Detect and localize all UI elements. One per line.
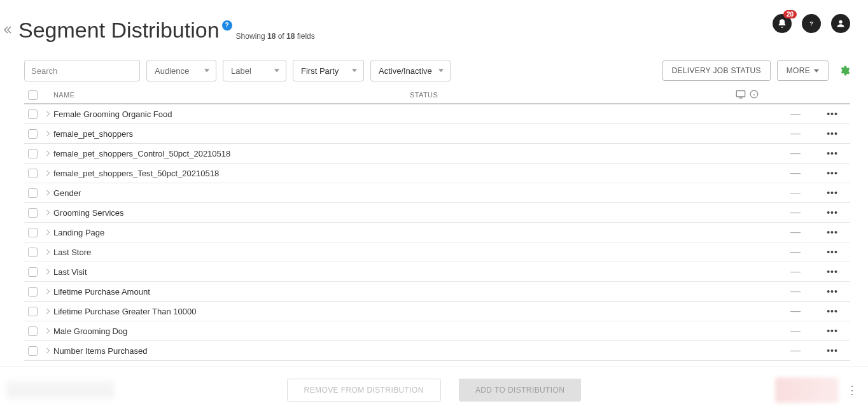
expand-row-icon[interactable] <box>42 328 53 334</box>
segment-name: female_pet_shoppers_Test_50pct_20210518 <box>53 169 415 178</box>
remove-from-distribution-button[interactable]: REMOVE FROM DISTRIBUTION <box>287 379 441 402</box>
partner-logo <box>775 377 839 403</box>
row-actions-icon[interactable]: ••• <box>815 346 850 356</box>
table-row[interactable]: Gender—••• <box>24 183 850 203</box>
table-row[interactable]: Landing Page—••• <box>24 223 850 242</box>
row-checkbox[interactable] <box>28 188 38 198</box>
row-actions-icon[interactable]: ••• <box>815 267 850 277</box>
row-actions-icon[interactable]: ••• <box>815 306 850 316</box>
notifications-icon[interactable]: 20 <box>773 14 792 33</box>
settings-gear-icon[interactable] <box>839 65 850 76</box>
audience-filter[interactable]: Audience <box>146 60 216 81</box>
status-cell: — <box>776 187 815 199</box>
row-actions-icon[interactable]: ••• <box>815 129 850 139</box>
more-button[interactable]: MORE <box>777 60 829 81</box>
segment-name: Lifetime Purchase Greater Than 10000 <box>53 307 415 316</box>
table-header: NAME STATUS <box>24 87 850 104</box>
svg-rect-1 <box>736 91 745 97</box>
row-actions-icon[interactable]: ••• <box>815 326 850 336</box>
column-status-header[interactable]: STATUS <box>410 91 461 99</box>
segment-name: female_pet_shoppers_Control_50pct_202105… <box>53 149 415 158</box>
segment-name: Last Store <box>53 248 415 257</box>
status-cell: — <box>776 108 815 120</box>
expand-row-icon[interactable] <box>42 269 53 275</box>
expand-row-icon[interactable] <box>42 170 53 176</box>
segment-name: Grooming Services <box>53 208 415 218</box>
page-title: Segment Distribution <box>18 18 220 43</box>
row-checkbox[interactable] <box>28 228 38 237</box>
svg-text:?: ? <box>809 20 813 27</box>
row-checkbox[interactable] <box>28 248 38 257</box>
row-checkbox[interactable] <box>28 169 38 178</box>
status-cell: — <box>776 227 815 238</box>
column-name-header[interactable]: NAME <box>53 91 410 99</box>
help-icon[interactable]: ? <box>802 14 821 33</box>
row-actions-icon[interactable]: ••• <box>815 207 850 218</box>
expand-row-icon[interactable] <box>42 347 53 354</box>
display-column-icon[interactable] <box>736 90 746 100</box>
status-cell: — <box>776 266 815 277</box>
status-cell: — <box>776 286 815 297</box>
table-row[interactable]: female_pet_shoppers_Test_50pct_20210518—… <box>24 164 850 183</box>
footer-overflow-icon[interactable]: ⋮ <box>846 383 858 397</box>
status-cell: — <box>776 167 815 179</box>
row-checkbox[interactable] <box>28 287 38 297</box>
profile-icon[interactable] <box>831 14 850 33</box>
delivery-job-status-button[interactable]: DELIVERY JOB STATUS <box>662 60 771 81</box>
row-checkbox[interactable] <box>28 307 38 316</box>
row-actions-icon[interactable]: ••• <box>815 227 850 237</box>
search-input[interactable] <box>24 60 140 81</box>
table-row[interactable]: Female Grooming Organic Food—••• <box>24 104 850 124</box>
add-to-distribution-button[interactable]: ADD TO DISTRIBUTION <box>459 379 582 402</box>
title-help-badge[interactable]: ? <box>222 20 232 31</box>
row-actions-icon[interactable]: ••• <box>815 168 850 178</box>
row-checkbox[interactable] <box>28 109 38 119</box>
status-cell: — <box>776 246 815 258</box>
row-checkbox[interactable] <box>28 129 38 139</box>
label-filter[interactable]: Label <box>223 60 286 81</box>
row-actions-icon[interactable]: ••• <box>815 188 850 198</box>
status-cell: — <box>776 325 815 337</box>
table-row[interactable]: female_pet_shoppers—••• <box>24 124 850 144</box>
table-row[interactable]: Last Visit—••• <box>24 262 850 282</box>
expand-row-icon[interactable] <box>42 190 53 196</box>
segment-name: Last Visit <box>53 267 415 277</box>
active-filter[interactable]: Active/Inactive <box>370 60 451 81</box>
row-checkbox[interactable] <box>28 149 38 158</box>
expand-row-icon[interactable] <box>42 150 53 157</box>
bottom-action-bar: REMOVE FROM DISTRIBUTION ADD TO DISTRIBU… <box>0 366 868 413</box>
select-all-checkbox[interactable] <box>28 90 38 100</box>
row-checkbox[interactable] <box>28 267 38 277</box>
expand-row-icon[interactable] <box>42 130 53 137</box>
segment-name: female_pet_shoppers <box>53 129 415 139</box>
table-row[interactable]: female_pet_shoppers_Control_50pct_202105… <box>24 144 850 164</box>
segment-name: Gender <box>53 188 415 198</box>
table-row[interactable]: Number Items Purchased—••• <box>24 341 850 361</box>
party-filter[interactable]: First Party <box>293 60 364 81</box>
row-checkbox[interactable] <box>28 346 38 356</box>
segment-name: Landing Page <box>53 228 415 237</box>
expand-row-icon[interactable] <box>42 288 53 295</box>
table-row[interactable]: Grooming Services—••• <box>24 203 850 223</box>
row-actions-icon[interactable]: ••• <box>815 286 850 297</box>
expand-row-icon[interactable] <box>42 111 53 117</box>
collapse-panel-icon[interactable] <box>4 26 12 34</box>
showing-fields-text: Showing 18 of 18 fields <box>236 32 315 41</box>
row-actions-icon[interactable]: ••• <box>815 247 850 257</box>
table-row[interactable]: Last Store—••• <box>24 242 850 262</box>
row-checkbox[interactable] <box>28 326 38 336</box>
expand-row-icon[interactable] <box>42 229 53 235</box>
expand-row-icon[interactable] <box>42 308 53 314</box>
row-actions-icon[interactable]: ••• <box>815 109 850 119</box>
status-cell: — <box>776 207 815 218</box>
segment-name: Number Items Purchased <box>53 346 415 356</box>
row-actions-icon[interactable]: ••• <box>815 148 850 158</box>
info-column-icon[interactable] <box>750 90 759 100</box>
table-row[interactable]: Male Grooming Dog—••• <box>24 321 850 341</box>
expand-row-icon[interactable] <box>42 209 53 216</box>
table-row[interactable]: Lifetime Purchase Amount—••• <box>24 282 850 302</box>
status-cell: — <box>776 128 815 139</box>
expand-row-icon[interactable] <box>42 249 53 255</box>
table-row[interactable]: Lifetime Purchase Greater Than 10000—••• <box>24 302 850 321</box>
row-checkbox[interactable] <box>28 208 38 218</box>
